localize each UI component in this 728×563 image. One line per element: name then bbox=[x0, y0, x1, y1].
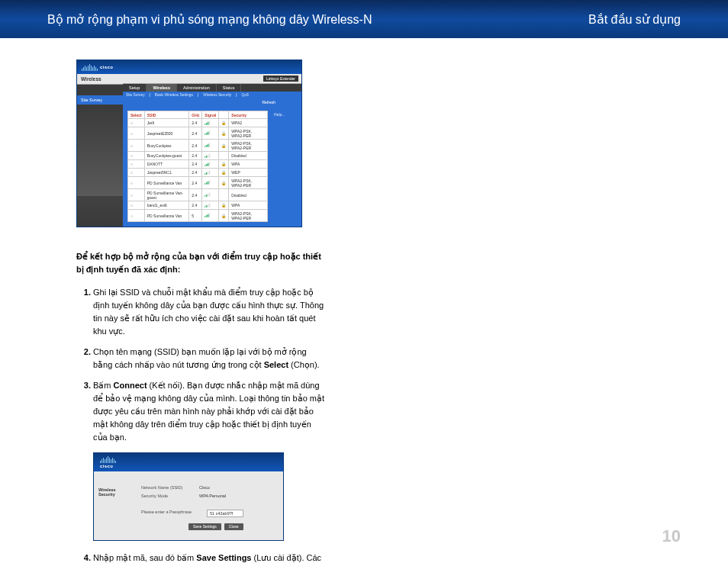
figure-wireless-security: cisco Wireless Security Network Name (SS… bbox=[93, 452, 284, 541]
lock-icon: 🔒 bbox=[219, 140, 229, 152]
select-radio[interactable] bbox=[128, 201, 145, 210]
svg-rect-24 bbox=[205, 183, 205, 184]
table-row: Jetfi2.4🔒WPA2 bbox=[128, 119, 268, 127]
security-cell: WEP bbox=[229, 169, 268, 177]
signal-icon bbox=[202, 119, 219, 127]
svg-rect-30 bbox=[208, 194, 208, 197]
svg-rect-17 bbox=[206, 164, 207, 166]
security-cell: WPA2-PSK, WPA2-PER bbox=[229, 127, 268, 140]
lock-icon: 🔒 bbox=[219, 160, 229, 169]
step-2: Chọn tên mạng (SSID) bạn muốn lặp lại vớ… bbox=[93, 346, 327, 372]
select-radio[interactable] bbox=[128, 169, 145, 177]
help-panel[interactable]: Help... bbox=[272, 111, 297, 222]
select-radio[interactable] bbox=[128, 210, 145, 222]
svg-rect-10 bbox=[208, 144, 208, 147]
svg-rect-34 bbox=[208, 204, 208, 207]
figure-site-survey: cisco Wireless Site Survey Linksys Exten… bbox=[76, 60, 302, 227]
ssid-cell: PD Surveillance Van bbox=[144, 177, 189, 189]
select-radio[interactable] bbox=[128, 140, 145, 152]
ssid-cell: JaspreetE3500 bbox=[144, 127, 189, 140]
svg-rect-15 bbox=[209, 153, 210, 157]
main-tabs: Setup Wireless Administration Status bbox=[123, 84, 301, 92]
svg-rect-14 bbox=[208, 154, 208, 157]
svg-rect-36 bbox=[205, 216, 205, 217]
instructions-list: Ghi lại SSID và chuỗi mật khẩu mà điểm t… bbox=[76, 286, 327, 445]
security-cell: WPA bbox=[229, 160, 268, 169]
table-row: BusyCockpies-guest2.4Disabled bbox=[128, 152, 268, 160]
select-radio[interactable] bbox=[128, 119, 145, 127]
select-radio[interactable] bbox=[128, 152, 145, 160]
svg-rect-37 bbox=[206, 215, 207, 217]
svg-rect-3 bbox=[209, 121, 210, 124]
header-right: Bắt đầu sử dụng bbox=[588, 12, 681, 27]
figure1-sidebar: Wireless Site Survey bbox=[77, 74, 123, 227]
select-radio[interactable] bbox=[128, 189, 145, 201]
page-number: 10 bbox=[662, 526, 681, 546]
passphrase-input[interactable]: 51 c42ab9?f bbox=[207, 510, 243, 517]
page-header: Bộ mở rộng phạm vi phủ sóng mạng không d… bbox=[0, 0, 728, 38]
signal-icon bbox=[202, 127, 219, 140]
subtab-site[interactable]: Site Survey bbox=[126, 93, 145, 97]
svg-rect-5 bbox=[206, 133, 207, 135]
svg-rect-26 bbox=[208, 182, 208, 185]
select-radio[interactable] bbox=[128, 160, 145, 169]
svg-rect-13 bbox=[206, 156, 207, 158]
subtab-security[interactable]: Wireless Security bbox=[203, 93, 231, 97]
lock-icon bbox=[219, 152, 229, 160]
tab-status[interactable]: Status bbox=[217, 84, 242, 92]
figure2-titlebar: cisco bbox=[94, 453, 283, 471]
refresh-row: Refresh bbox=[123, 98, 301, 106]
sidebar-wireless-label: Wireless bbox=[77, 74, 123, 85]
svg-rect-9 bbox=[206, 145, 207, 147]
tab-setup[interactable]: Setup bbox=[123, 84, 147, 92]
signal-icon bbox=[202, 201, 219, 210]
table-row: PD Surveillance Van2.4🔒WPA2-PSK, WPA2-PE… bbox=[128, 177, 268, 189]
table-row: BusyCockpies2.4🔒WPA2-PSK, WPA2-PER bbox=[128, 140, 268, 152]
tab-admin[interactable]: Administration bbox=[177, 84, 217, 92]
lock-icon: 🔒 bbox=[219, 169, 229, 177]
subtab-basic[interactable]: Basic Wireless Settings bbox=[155, 93, 193, 97]
svg-rect-21 bbox=[206, 172, 207, 175]
svg-rect-20 bbox=[205, 173, 205, 174]
svg-rect-27 bbox=[209, 180, 210, 184]
svg-rect-1 bbox=[206, 123, 207, 125]
signal-icon bbox=[202, 177, 219, 189]
ssid-cell: Jetfi bbox=[144, 119, 189, 127]
select-radio[interactable] bbox=[128, 127, 145, 140]
signal-icon bbox=[202, 160, 219, 169]
tab-wireless[interactable]: Wireless bbox=[147, 84, 177, 92]
brand-text: cisco bbox=[100, 65, 113, 69]
ghz-cell: 5 bbox=[189, 210, 202, 222]
security-cell: Disabled bbox=[229, 189, 268, 201]
instructions-list-2: Nhập mật mã, sau đó bấm Save Settings (L… bbox=[76, 552, 327, 563]
mode-value: WPA Personal bbox=[199, 494, 226, 498]
col-signal: Signal bbox=[202, 111, 219, 119]
svg-rect-25 bbox=[206, 182, 207, 185]
firmware-badge: Linksys Extender bbox=[263, 76, 298, 82]
svg-rect-18 bbox=[208, 162, 208, 166]
ssid-cell: BusyCockpies-guest bbox=[144, 152, 189, 160]
table-row: Jaspreet5NC12.4🔒WEP bbox=[128, 169, 268, 177]
subtab-qos[interactable]: QoS bbox=[241, 93, 249, 97]
signal-icon bbox=[202, 140, 219, 152]
select-radio[interactable] bbox=[128, 177, 145, 189]
step-3: Bấm Connect (Kết nối). Bạn được nhắc nhậ… bbox=[93, 379, 327, 444]
lock-icon: 🔒 bbox=[219, 201, 229, 210]
ghz-cell: 2.4 bbox=[189, 127, 202, 140]
ssid-cell: Jaspreet5NC1 bbox=[144, 169, 189, 177]
ssid-label: Network Name (SSID) bbox=[141, 485, 188, 490]
sidebar-site-survey: Site Survey bbox=[77, 95, 123, 105]
ssid-cell: band1_ext6 bbox=[144, 201, 189, 210]
save-settings-button[interactable]: Save Settings bbox=[188, 523, 221, 530]
refresh-link[interactable]: Refresh bbox=[262, 100, 275, 105]
instructions-intro: Để kết hợp bộ mở rộng của bạn với điểm t… bbox=[76, 250, 327, 275]
svg-rect-12 bbox=[205, 156, 205, 157]
close-button[interactable]: Close bbox=[224, 523, 243, 530]
svg-rect-11 bbox=[209, 143, 210, 146]
col-security: Security bbox=[229, 111, 268, 119]
ghz-cell: 2.4 bbox=[189, 189, 202, 201]
figure2-form: Network Name (SSID) Cisco Security Mode … bbox=[134, 471, 283, 540]
sub-tabs: Site Survey| Basic Wireless Settings| Wi… bbox=[123, 92, 301, 98]
col-ghz: GHz bbox=[189, 111, 202, 119]
ssid-value: Cisco bbox=[199, 485, 210, 490]
